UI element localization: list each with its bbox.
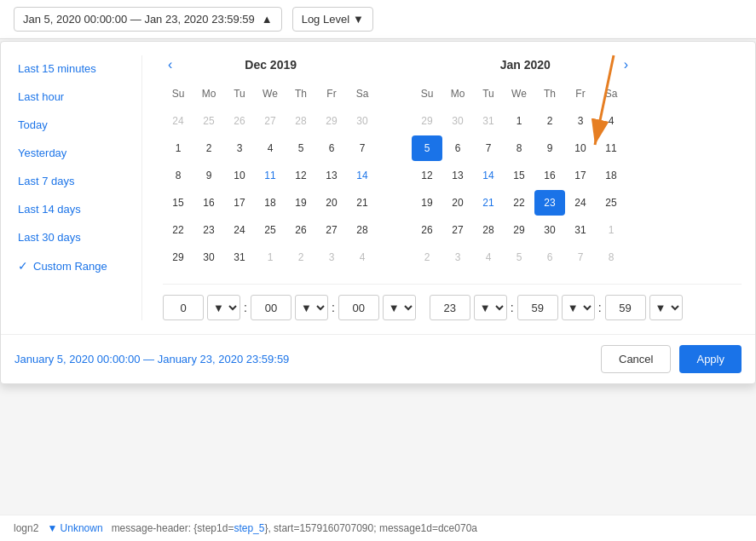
- calendar-day[interactable]: 11: [596, 135, 626, 161]
- calendar-day[interactable]: 5: [412, 135, 442, 161]
- calendar-day[interactable]: 25: [255, 217, 286, 243]
- calendar-day[interactable]: 9: [534, 135, 565, 161]
- calendar-day[interactable]: 28: [286, 108, 316, 134]
- calendar-day[interactable]: 19: [412, 190, 442, 216]
- left-second-select[interactable]: ▼: [383, 295, 416, 320]
- calendar-day[interactable]: 5: [286, 135, 316, 161]
- calendar-day[interactable]: 12: [286, 163, 316, 188]
- calendar-day[interactable]: 23: [193, 217, 224, 243]
- left-minute-input[interactable]: [251, 295, 291, 320]
- calendar-day[interactable]: 27: [255, 108, 286, 134]
- left-calendar-prev-button[interactable]: ‹: [163, 55, 177, 74]
- calendar-day[interactable]: 29: [412, 108, 442, 134]
- calendar-day[interactable]: 10: [565, 135, 596, 161]
- calendar-day[interactable]: 11: [255, 163, 286, 188]
- calendar-day[interactable]: 7: [473, 135, 504, 161]
- right-hour-input[interactable]: [430, 295, 470, 320]
- calendar-day[interactable]: 28: [347, 217, 378, 243]
- calendar-day[interactable]: 3: [224, 135, 255, 161]
- calendar-day[interactable]: 27: [316, 217, 347, 243]
- calendar-day[interactable]: 30: [193, 245, 224, 270]
- calendar-day[interactable]: 29: [163, 245, 193, 270]
- quick-option-last-hour[interactable]: Last hour: [14, 83, 121, 110]
- calendar-day[interactable]: 12: [412, 163, 442, 188]
- calendar-day[interactable]: 25: [596, 190, 626, 216]
- calendar-day[interactable]: 6: [316, 135, 347, 161]
- calendar-day[interactable]: 6: [442, 135, 473, 161]
- calendar-day[interactable]: 22: [163, 217, 193, 243]
- calendar-day[interactable]: 26: [224, 108, 255, 134]
- calendar-day[interactable]: 22: [504, 190, 534, 216]
- quick-option-last-7[interactable]: Last 7 days: [14, 168, 121, 194]
- calendar-day[interactable]: 16: [534, 163, 565, 188]
- calendar-day[interactable]: 16: [193, 190, 224, 216]
- calendar-day[interactable]: 24: [565, 190, 596, 216]
- calendar-day[interactable]: 15: [163, 190, 193, 216]
- calendar-day[interactable]: 27: [442, 217, 473, 243]
- calendar-day[interactable]: 14: [347, 163, 378, 188]
- calendar-day[interactable]: 2: [412, 245, 442, 270]
- calendar-day[interactable]: 21: [347, 190, 378, 216]
- calendar-day[interactable]: 21: [473, 190, 504, 216]
- calendar-day[interactable]: 30: [442, 108, 473, 134]
- calendar-day[interactable]: 7: [347, 135, 378, 161]
- calendar-day[interactable]: 17: [224, 190, 255, 216]
- calendar-day[interactable]: 18: [596, 163, 626, 188]
- quick-option-custom[interactable]: ✓ Custom Range: [14, 252, 121, 279]
- calendar-day[interactable]: 8: [504, 135, 534, 161]
- right-calendar-next-button[interactable]: ›: [619, 55, 633, 74]
- calendar-day[interactable]: 29: [504, 217, 534, 243]
- calendar-day[interactable]: 24: [224, 217, 255, 243]
- calendar-day[interactable]: 17: [565, 163, 596, 188]
- right-second-select[interactable]: ▼: [649, 295, 683, 320]
- calendar-day[interactable]: 13: [442, 163, 473, 188]
- calendar-day[interactable]: 8: [596, 245, 626, 270]
- right-second-input[interactable]: [605, 295, 646, 320]
- calendar-day[interactable]: 6: [534, 245, 565, 270]
- left-hour-select[interactable]: ▼: [207, 295, 240, 320]
- cancel-button[interactable]: Cancel: [601, 345, 671, 373]
- calendar-day[interactable]: 19: [286, 190, 316, 216]
- calendar-day[interactable]: 20: [316, 190, 347, 216]
- calendar-day[interactable]: 5: [504, 245, 534, 270]
- calendar-day[interactable]: 4: [255, 135, 286, 161]
- left-minute-select[interactable]: ▼: [295, 295, 328, 320]
- quick-option-yesterday[interactable]: Yesterday: [14, 140, 121, 166]
- calendar-day[interactable]: 31: [224, 245, 255, 270]
- calendar-day[interactable]: 18: [255, 190, 286, 216]
- calendar-day[interactable]: 15: [504, 163, 534, 188]
- calendar-day[interactable]: 1: [163, 135, 193, 161]
- calendar-day[interactable]: 8: [163, 163, 193, 188]
- left-second-input[interactable]: [338, 295, 379, 320]
- calendar-day[interactable]: 1: [504, 108, 534, 134]
- calendar-day[interactable]: 26: [412, 217, 442, 243]
- right-minute-input[interactable]: [517, 295, 558, 320]
- date-range-button[interactable]: Jan 5, 2020 00:00:00 — Jan 23, 2020 23:5…: [14, 7, 282, 32]
- calendar-day[interactable]: 30: [347, 108, 378, 134]
- calendar-day[interactable]: 25: [193, 108, 224, 134]
- calendar-day[interactable]: 4: [347, 245, 378, 270]
- quick-option-last-15[interactable]: Last 15 minutes: [14, 55, 121, 82]
- calendar-day[interactable]: 26: [286, 217, 316, 243]
- apply-button[interactable]: Apply: [679, 345, 742, 373]
- calendar-day[interactable]: 29: [316, 108, 347, 134]
- calendar-day[interactable]: 9: [193, 163, 224, 188]
- calendar-day[interactable]: 3: [442, 245, 473, 270]
- calendar-day[interactable]: 24: [163, 108, 193, 134]
- calendar-day[interactable]: 4: [473, 245, 504, 270]
- calendar-day[interactable]: 2: [193, 135, 224, 161]
- calendar-day[interactable]: 3: [565, 108, 596, 134]
- calendar-day[interactable]: 30: [534, 217, 565, 243]
- calendar-day[interactable]: 23: [534, 190, 565, 216]
- calendar-day[interactable]: 7: [565, 245, 596, 270]
- calendar-day[interactable]: 3: [316, 245, 347, 270]
- quick-option-last-14[interactable]: Last 14 days: [14, 196, 121, 222]
- calendar-day[interactable]: 31: [473, 108, 504, 134]
- quick-option-last-30[interactable]: Last 30 days: [14, 224, 121, 250]
- right-hour-select[interactable]: ▼: [474, 295, 507, 320]
- calendar-day[interactable]: 14: [473, 163, 504, 188]
- right-minute-select[interactable]: ▼: [562, 295, 595, 320]
- calendar-day[interactable]: 28: [473, 217, 504, 243]
- quick-option-today[interactable]: Today: [14, 112, 121, 138]
- calendar-day[interactable]: 2: [286, 245, 316, 270]
